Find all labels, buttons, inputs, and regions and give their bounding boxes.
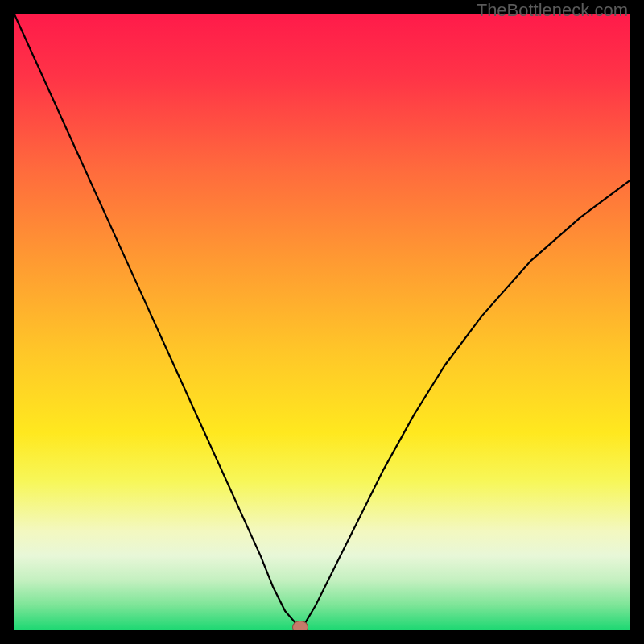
watermark: TheBottleneck.com	[477, 0, 628, 21]
chart-container: TheBottleneck.com	[0, 0, 644, 644]
plot-area	[14, 14, 630, 630]
optimal-marker	[292, 621, 308, 630]
bottleneck-curve	[14, 14, 630, 630]
